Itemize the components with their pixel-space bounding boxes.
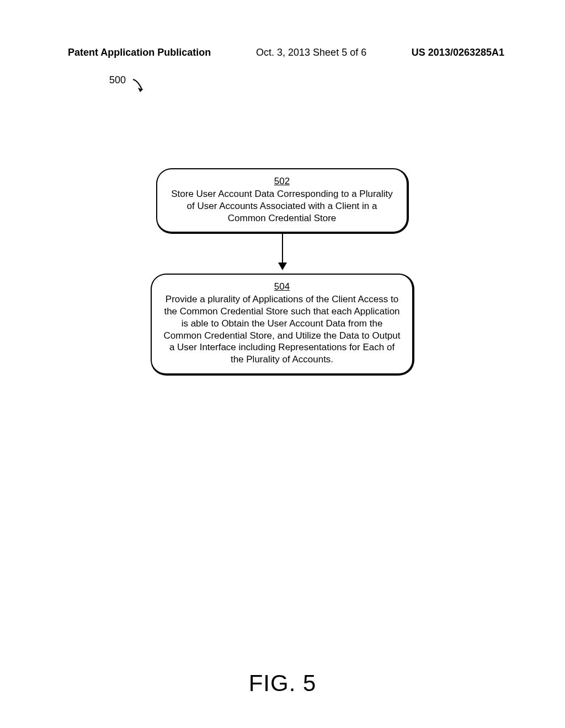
figure-reference-group: 500: [109, 74, 126, 86]
flow-arrow: [0, 234, 565, 274]
arrow-head-icon: [278, 263, 287, 270]
figure-reference-number: 500: [109, 74, 126, 85]
flow-step-504: 504 Provide a plurality of Applications …: [151, 274, 414, 376]
reference-arrow-icon: [131, 77, 150, 96]
page-header: Patent Application Publication Oct. 3, 2…: [0, 47, 565, 58]
step-number: 504: [163, 281, 401, 292]
flow-step-502: 502 Store User Account Data Correspondin…: [156, 168, 409, 234]
header-date-sheet: Oct. 3, 2013 Sheet 5 of 6: [256, 47, 366, 58]
header-publication-type: Patent Application Publication: [68, 47, 211, 58]
header-publication-number: US 2013/0263285A1: [412, 47, 504, 58]
step-number: 502: [168, 176, 396, 187]
arrow-line-icon: [282, 234, 283, 265]
flowchart: 502 Store User Account Data Correspondin…: [0, 168, 565, 376]
step-text: Store User Account Data Corresponding to…: [168, 188, 396, 224]
figure-caption: FIG. 5: [0, 670, 565, 697]
step-text: Provide a plurality of Applications of t…: [163, 293, 401, 366]
